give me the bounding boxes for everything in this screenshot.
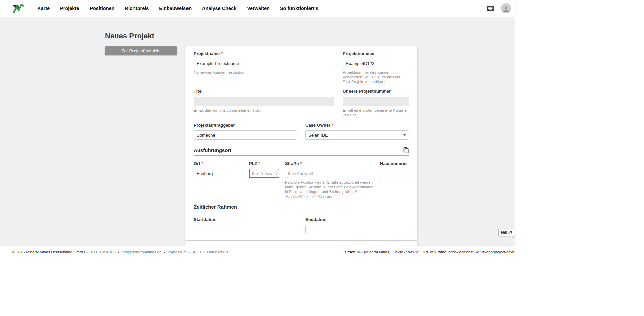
nav-item-einbauweisen[interactable]: Einbauweisen (159, 6, 192, 11)
unsere-projektnummer-helper: Erhält eine systemgenerierte Nummer von … (343, 108, 409, 117)
strasse-label-row: Straße * (285, 161, 374, 166)
projektname-label: Projektname (194, 51, 220, 56)
projektauftraggeber-label: Projektauftraggeber (194, 123, 235, 128)
strasse-label: Straße (285, 161, 299, 166)
agb-link[interactable]: AGB (193, 250, 201, 254)
footer-left: © 2026 Mineral Minds Deutschland GmbH • … (12, 250, 228, 254)
titel-label-row: Titel (194, 89, 334, 94)
plz-label: PLZ (249, 161, 257, 166)
help-button[interactable]: Hilfe? (498, 229, 515, 236)
nav-right-actions (486, 3, 511, 13)
footer: © 2026 Mineral Minds Deutschland GmbH • … (0, 246, 515, 257)
required-asterisk: * (202, 161, 203, 166)
project-overview-button[interactable]: Zur Projektübersicht (105, 46, 177, 55)
startdatum-label: Startdatum (194, 217, 217, 223)
new-project-form-card: Projektname * Name vom Kunden festlegbar… (185, 46, 417, 240)
enddatum-label-row: Enddatum (305, 217, 409, 223)
projektauftraggeber-input[interactable] (194, 130, 297, 140)
session-details: (Mineral Minds) | 0f58e7eb093e | URL of … (363, 250, 514, 254)
plz-label-row: PLZ * (249, 161, 279, 166)
ort-input[interactable] (194, 169, 243, 178)
logo-icon (12, 3, 24, 13)
strasse-input[interactable] (285, 169, 374, 178)
ort-field: Ort * (194, 161, 243, 199)
zeitlicher-rahmen-heading: Zeitlicher Rahmen (194, 204, 237, 210)
mineral-minds-logo[interactable] (12, 3, 25, 14)
nav-item-karte[interactable]: Karte (37, 6, 50, 11)
unsere-projektnummer-label-row: Unsere Projektnummer (343, 89, 409, 94)
ort-label-row: Ort * (194, 161, 243, 166)
hausnummer-label-row: Hausnummer (380, 161, 409, 166)
user-avatar[interactable] (501, 3, 511, 13)
strasse-helper: Falls die Position keiner Straße zugeord… (285, 180, 374, 199)
footer-separator: • (164, 250, 165, 254)
form-row-titel-unsere-nummer: Titel Erhält den von uns vorgegebenen Ti… (194, 89, 409, 117)
keyboard-icon[interactable] (486, 4, 495, 13)
form-row-name-number: Projektname * Name vom Kunden festlegbar… (194, 51, 409, 84)
projektnummer-label: Projektnummer (343, 51, 375, 56)
strasse-helper-text: Falls die Position keiner Straße zugeord… (285, 180, 373, 194)
chevron-down-icon (403, 134, 406, 136)
plz-field: PLZ * (249, 161, 279, 199)
case-owner-select[interactable]: Selen IDE (305, 130, 409, 140)
page-title: Neues Projekt (105, 31, 154, 40)
nav-item-analyse-check[interactable]: Analyse Check (202, 6, 236, 11)
projektnummer-helper: Projektnummer des Kunden. Verwenden Sie … (343, 70, 409, 84)
hausnummer-field: Hausnummer (380, 161, 409, 199)
section-zeitlicher-rahmen: Zeitlicher Rahmen (194, 204, 409, 212)
titel-label: Titel (194, 89, 203, 94)
footer-separator: • (87, 250, 89, 254)
nav-item-so-funktionierts[interactable]: So funktioniert's (280, 6, 318, 11)
footer-separator: • (118, 250, 119, 254)
form-row-auftraggeber-caseowner: Projektauftraggeber Case Owner * Selen I… (194, 123, 409, 140)
projektauftraggeber-field: Projektauftraggeber (194, 123, 297, 140)
startdatum-input[interactable] (194, 225, 297, 234)
projektname-helper: Name vom Kunden festlegbar (194, 70, 334, 75)
hausnummer-input[interactable] (380, 169, 409, 178)
required-asterisk: * (300, 161, 302, 166)
ort-label: Ort (194, 161, 200, 166)
case-owner-value: Selen IDE (308, 133, 328, 138)
projektauftraggeber-label-row: Projektauftraggeber (194, 123, 297, 128)
case-owner-label: Case Owner (305, 123, 330, 128)
unsere-projektnummer-field: Unsere Projektnummer Erhält eine systemg… (343, 89, 409, 117)
session-user-name: Selen IDE (345, 250, 363, 254)
required-asterisk: * (332, 123, 333, 128)
required-asterisk: * (259, 161, 260, 166)
nav-item-richtpreis[interactable]: Richtpreis (125, 6, 149, 11)
section-ausfuehrungsort: Ausführungsort (194, 147, 409, 156)
case-owner-field: Case Owner * Selen IDE (305, 123, 409, 140)
copy-address-button[interactable] (403, 147, 409, 153)
strasse-field: Straße * Falls die Position keiner Straß… (285, 161, 374, 199)
datenschutz-link[interactable]: Datenschutz (207, 250, 228, 254)
email-link[interactable]: info@mineral-minds.de (122, 250, 161, 254)
copyright-text: © 2026 Mineral Minds Deutschland GmbH (12, 250, 85, 254)
enddatum-input[interactable] (305, 225, 409, 234)
enddatum-label: Enddatum (305, 217, 327, 223)
phone-link[interactable]: 07151/250100 (91, 250, 116, 254)
ausfuehrungsort-heading: Ausführungsort (194, 147, 231, 153)
nav-item-verwalten[interactable]: Verwalten (247, 6, 270, 11)
form-row-dates: Startdatum Enddatum (194, 217, 409, 234)
titel-helper: Erhält den von uns vorgegebenen Titel. (194, 108, 334, 113)
projektnummer-field: Projektnummer Projektnummer des Kunden. … (343, 51, 409, 84)
form-row-address: Ort * PLZ * S (194, 161, 409, 199)
unsere-projektnummer-input (343, 97, 409, 106)
screenshot-canvas: Karte Projekte Positionen Richtpreis Ein… (0, 0, 644, 316)
impressum-link[interactable]: Impressum (168, 250, 187, 254)
nav-links: Karte Projekte Positionen Richtpreis Ein… (37, 6, 318, 11)
projektname-field: Projektname * Name vom Kunden festlegbar (194, 51, 334, 84)
app-window: Karte Projekte Positionen Richtpreis Ein… (0, 0, 515, 257)
unsere-projektnummer-label: Unsere Projektnummer (343, 89, 391, 94)
projektnummer-label-row: Projektnummer (343, 51, 409, 56)
projektname-input[interactable] (194, 59, 334, 68)
projektnummer-input[interactable] (343, 59, 409, 68)
startdatum-field: Startdatum (194, 217, 297, 234)
nav-item-positionen[interactable]: Positionen (90, 6, 114, 11)
footer-separator: • (189, 250, 191, 254)
loading-spinner-icon (274, 171, 278, 175)
nav-item-projekte[interactable]: Projekte (60, 6, 79, 11)
person-icon (502, 5, 510, 13)
copy-icon (403, 147, 409, 153)
titel-input (194, 97, 334, 106)
